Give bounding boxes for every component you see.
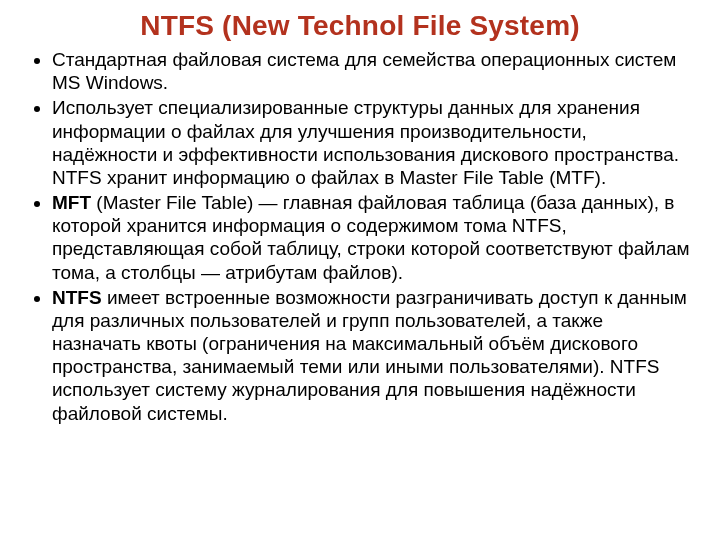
list-item: Использует специализированные структуры …: [52, 96, 692, 189]
bullet-text: имеет встроенные возможности разграничив…: [52, 287, 687, 424]
list-item: MFT (Master File Table) — главная файлов…: [52, 191, 692, 284]
bullet-lead: MFT: [52, 192, 91, 213]
slide-title: NTFS (New Technol File System): [28, 10, 692, 42]
bullet-list: Стандартная файловая система для семейст…: [28, 48, 692, 425]
bullet-text: Стандартная файловая система для семейст…: [52, 49, 676, 93]
list-item: Стандартная файловая система для семейст…: [52, 48, 692, 94]
bullet-text: (Master File Table) — главная файловая т…: [52, 192, 690, 283]
bullet-lead: NTFS: [52, 287, 102, 308]
bullet-text: Использует специализированные структуры …: [52, 97, 679, 188]
list-item: NTFS имеет встроенные возможности разгра…: [52, 286, 692, 425]
slide: NTFS (New Technol File System) Стандартн…: [0, 0, 720, 540]
